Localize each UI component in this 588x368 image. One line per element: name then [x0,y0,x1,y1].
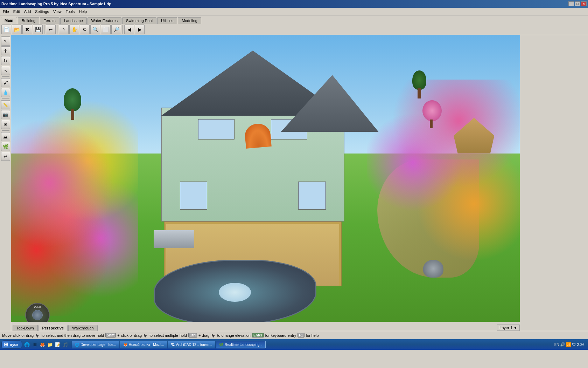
next-view-button[interactable]: ▶ [135,25,145,34]
tree-back-left [62,88,83,120]
cursor-button[interactable]: ↖ [59,25,69,34]
cursor-icon-2 [143,333,148,338]
menu-edit[interactable]: Edit [11,9,22,14]
viewport[interactable]: Orbit Height Top-Down Perspective Walkth… [11,35,520,331]
taskbar-app-0[interactable]: 🌐 Developer page - Ide... [72,341,119,348]
viewport-scene[interactable]: Orbit Height [11,35,520,331]
plant-tool-button[interactable]: 🌿 [1,142,10,151]
rotate-tool-button[interactable]: ↻ [1,56,10,65]
tab-utilities[interactable]: Utilities [157,17,177,24]
layer-label: Layer 1 [499,326,512,330]
shift-key: Shift [105,333,116,338]
taskbar-right: EN 🔊 📶 🛡 2:26 [552,342,587,347]
start-button[interactable]: ⊞ пуск [1,340,22,349]
maximize-button[interactable]: □ [575,1,580,6]
f1-key: F1 [298,333,304,338]
zoom-out-button[interactable]: 🔎 [111,25,121,34]
show-desktop-icon[interactable]: 🖥 [31,341,38,348]
sidebar-separator-3 [2,130,9,131]
status-keyboard-label: for keyboard entry [265,333,296,338]
close-file-button[interactable]: ✖ [22,25,32,34]
status-drag2: + drag [198,333,210,338]
ie-icon[interactable]: 🌐 [23,341,30,348]
bottom-tab-perspective[interactable]: Perspective [38,325,68,331]
tree-back-right [411,70,428,98]
word-icon[interactable]: 📝 [54,341,61,348]
prev-view-button[interactable]: ◀ [124,25,134,34]
paint-tool-button[interactable]: 🖌 [1,78,10,87]
bottom-tab-topdown[interactable]: Top-Down [13,325,38,331]
firefox-icon[interactable]: 🦊 [39,341,46,348]
eyedropper-tool-button[interactable]: 💧 [1,88,10,97]
pond-feature[interactable] [154,260,316,325]
cursor-icon [35,333,40,338]
taskbar-app-3[interactable]: 🌿 Realtime Landscaping... [216,341,265,348]
status-change-elev: to change elevation [217,333,251,338]
titlebar-controls[interactable]: _ □ × [568,1,587,6]
clock: 2:26 [577,342,584,347]
media-icon[interactable]: 🎵 [62,341,69,348]
move-tool-button[interactable]: ✛ [1,46,10,55]
start-label: пуск [10,342,18,347]
layer-dropdown-icon[interactable]: ▼ [513,326,517,330]
language-indicator: EN [554,343,559,347]
menu-help[interactable]: Help [77,9,89,14]
tab-main[interactable]: Main [1,17,17,24]
flowering-tree [419,100,443,128]
status-instruction: click or drag [13,333,34,338]
undo-tool-button[interactable]: ↩ [1,152,10,161]
tray-icon-1[interactable]: 🔊 [560,342,565,347]
menu-add[interactable]: Add [22,9,33,14]
sun-tool-button[interactable]: ☀ [1,120,10,129]
titlebar: Realtime Landscaping Pro 5 by Idea Spect… [0,0,588,8]
status-hold2: hold [180,333,187,338]
tab-building[interactable]: Building [18,17,39,24]
tabbar: Main Building Terrain Landscape Water Fe… [0,15,588,24]
zoom-fit-button[interactable]: ⬜ [101,25,111,34]
tray-icon-3[interactable]: 🛡 [572,342,576,347]
zoom-in-button[interactable]: 🔍 [90,25,100,34]
statusbar: Move click or drag to select and then dr… [0,331,588,339]
menu-file[interactable]: File [1,9,11,14]
scale-tool-button[interactable]: ⤡ [1,66,10,75]
tab-landscape[interactable]: Landscape [60,17,87,24]
layer-indicator[interactable]: Layer 1 ▼ [497,325,520,331]
measure-tool-button[interactable]: 📏 [1,100,10,109]
status-help-label: for help [306,333,319,338]
menu-tools[interactable]: Tools [64,9,77,14]
tab-modeling[interactable]: Modeling [178,17,201,24]
camera-tool-button[interactable]: 📷 [1,110,10,119]
enter-key: Enter [252,333,264,338]
taskbar-apps: 🌐 Developer page - Ide... 🦊 Новый релиз … [70,341,552,348]
taskbar-app-2[interactable]: 🏗 ArchiCAD 12 :: torren... [168,341,215,348]
menubar: File Edit Add Settings View Tools Help [0,8,588,15]
menu-view[interactable]: View [51,9,64,14]
taskbar-quick-launch: 🌐 🖥 🦊 📁 📝 🎵 [22,341,70,348]
tray-icon-2[interactable]: 📶 [566,342,571,347]
main-area: ↖ ✛ ↻ ⤡ 🖌 💧 📏 📷 ☀ ⛰ 🌿 ↩ [0,35,588,331]
undo-button[interactable]: ↩ [46,25,56,34]
app-2-label: ArchiCAD 12 :: torren... [176,343,212,347]
new-button[interactable]: 📄 [1,25,11,34]
tab-terrain[interactable]: Terrain [40,17,59,24]
menu-settings[interactable]: Settings [33,9,51,14]
tab-swimming-pool[interactable]: Swimming Pool [122,17,156,24]
water-bubbler [423,260,443,278]
rotate-view-button[interactable]: ↻ [80,25,90,34]
sidebar-separator-1 [2,76,9,77]
system-tray: EN 🔊 📶 🛡 [554,342,576,347]
pan-button[interactable]: ✋ [69,25,79,34]
orbit-label[interactable]: Orbit [32,305,43,309]
app-3-label: Realtime Landscaping... [225,343,262,347]
terrain-tool-button[interactable]: ⛰ [1,132,10,141]
tab-water-features[interactable]: Water Features [88,17,121,24]
save-button[interactable]: 💾 [33,25,43,34]
folder-icon[interactable]: 📁 [47,341,54,348]
minimize-button[interactable]: _ [568,1,574,6]
open-button[interactable]: 📂 [12,25,22,34]
taskbar-app-1[interactable]: 🦊 Новый релиз - Mozil... [120,341,167,348]
close-button[interactable]: × [581,1,587,6]
select-tool-button[interactable]: ↖ [1,36,10,46]
app-0-label: Developer page - Ide... [80,343,116,347]
bottom-tab-walkthrough[interactable]: Walkthrough [68,325,97,331]
